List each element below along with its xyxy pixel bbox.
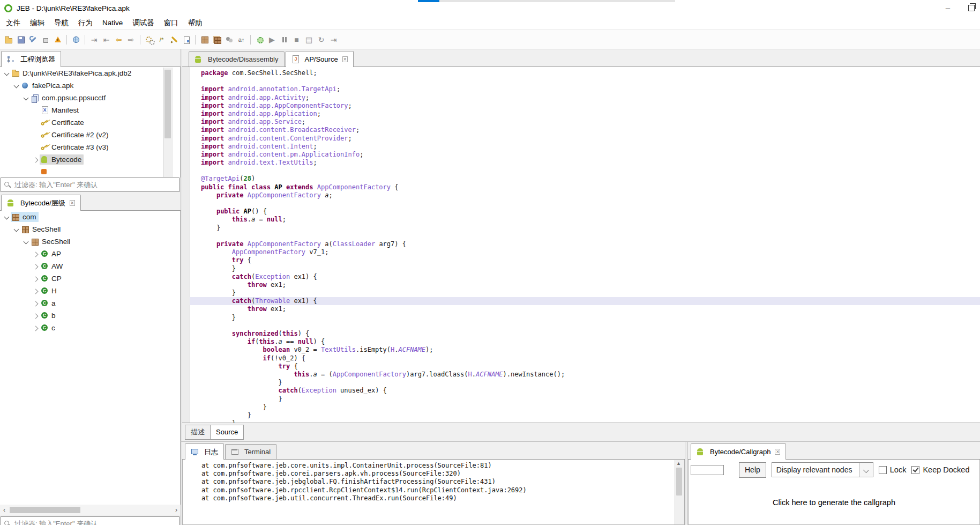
close-icon[interactable]: × xyxy=(70,200,75,206)
tree-item-ap[interactable]: AP xyxy=(0,248,180,260)
toolbar-warnings-button[interactable] xyxy=(51,33,64,46)
scroll-left-arrow-icon[interactable]: ‹ xyxy=(0,506,9,514)
restore-button[interactable] xyxy=(968,5,975,11)
lock-checkbox[interactable]: Lock xyxy=(879,465,907,474)
close-icon[interactable]: × xyxy=(775,449,780,455)
keep-docked-checkbox-box[interactable] xyxy=(911,466,919,474)
toolbar-debug-bug-button[interactable] xyxy=(253,33,266,46)
help-button[interactable]: Help xyxy=(739,462,766,478)
toolbar-web-button[interactable] xyxy=(70,33,82,46)
tree-item-secshell[interactable]: SecShell xyxy=(0,235,180,248)
toolbar-save-button[interactable] xyxy=(14,33,27,46)
close-icon[interactable]: × xyxy=(342,56,348,62)
toolbar-detach-button[interactable]: ⇥ xyxy=(327,33,340,46)
log-scrollbar-thumb[interactable] xyxy=(676,468,682,496)
toolbar-back-button[interactable]: ⇦ xyxy=(113,33,125,46)
tree-item-b[interactable]: b xyxy=(0,309,180,322)
tree-item-fakepica-apk[interactable]: fakePica.apk xyxy=(0,79,180,92)
tree-item-bytecode[interactable]: Bytecode xyxy=(0,153,180,166)
toolbar-jump-to-button[interactable]: ⇥ xyxy=(88,33,100,46)
expander-icon[interactable] xyxy=(32,250,40,258)
menu-item-窗口[interactable]: 窗口 xyxy=(159,17,183,29)
tree-item-secshell[interactable]: SecShell xyxy=(0,223,180,235)
lock-checkbox-box[interactable] xyxy=(879,466,887,474)
expander-icon[interactable] xyxy=(32,300,40,307)
tree-item-c[interactable]: c xyxy=(0,322,180,334)
expander-icon[interactable] xyxy=(23,238,30,246)
tree-item-certificate[interactable]: Certificate xyxy=(0,116,180,129)
log-scrollbar[interactable]: ▲ xyxy=(675,460,684,524)
tree-item-com-ppsuc-ppsucctf[interactable]: com.ppsuc.ppsucctf xyxy=(0,92,180,104)
tab-bytecode-callgraph[interactable]: Bytecode/Callgraph × xyxy=(691,443,786,460)
generate-callgraph-action[interactable]: Click here to generate the callgraph xyxy=(689,498,979,507)
project-tree-scrollbar[interactable] xyxy=(163,68,173,177)
tab-project-browser[interactable]: 工程浏览器 xyxy=(1,51,61,67)
tree-item-com[interactable]: com xyxy=(0,211,180,223)
tab-ap-source[interactable]: AP/Source × xyxy=(286,51,354,67)
toolbar-pause-button[interactable] xyxy=(278,33,290,46)
toolbar-run-button[interactable]: ▶ xyxy=(266,33,278,46)
tree-item[interactable] xyxy=(0,166,180,178)
tree-item-d-junk-re-re3-fakepica-apk-jdb2[interactable]: D:\junk\Re\RE3\fakePica.apk.jdb2 xyxy=(0,67,180,79)
expander-icon[interactable] xyxy=(13,82,20,90)
toolbar-users-button[interactable] xyxy=(223,33,235,46)
menu-item-行为[interactable]: 行为 xyxy=(73,17,98,29)
tab-description[interactable]: 描述 xyxy=(185,425,211,440)
tree-item-h[interactable]: H xyxy=(0,285,180,297)
toolbar-script-button[interactable] xyxy=(180,33,192,46)
toolbar-options-wrench-button[interactable] xyxy=(27,33,39,46)
tree-item-manifest[interactable]: Manifest xyxy=(0,104,180,116)
keep-docked-checkbox[interactable]: Keep Docked xyxy=(911,465,969,474)
hierarchy-filter-input[interactable] xyxy=(13,519,179,525)
source-code-editor[interactable]: package com.SecShell.SecShell; import an… xyxy=(182,67,980,423)
expander-icon[interactable] xyxy=(32,275,40,283)
menu-item-Native[interactable]: Native xyxy=(98,17,128,28)
source-code[interactable]: package com.SecShell.SecShell; import an… xyxy=(190,69,980,423)
expander-icon[interactable] xyxy=(13,226,20,233)
toolbar-rename-pencil-button[interactable] xyxy=(168,33,180,46)
menu-item-调试器[interactable]: 调试器 xyxy=(128,17,159,29)
toolbar-restart-button[interactable]: ↻ xyxy=(315,33,327,46)
toolbar-matrix-alt-button[interactable] xyxy=(211,33,223,46)
minimize-button[interactable]: – xyxy=(946,5,950,11)
expander-icon[interactable] xyxy=(23,94,30,102)
expander-icon[interactable] xyxy=(32,312,40,320)
tree-item-certificate-3-v3-[interactable]: Certificate #3 (v3) xyxy=(0,141,180,153)
chevron-down-icon[interactable] xyxy=(859,463,873,477)
tab-bytecode-disassembly[interactable]: Bytecode/Disassembly xyxy=(189,51,285,66)
hierarchy-hscrollbar[interactable]: ‹ › xyxy=(0,505,181,515)
tree-item-certificate-2-v2-[interactable]: Certificate #2 (v2) xyxy=(0,129,180,141)
tab-terminal[interactable]: Terminal xyxy=(225,444,276,459)
menu-item-文件[interactable]: 文件 xyxy=(1,17,25,29)
scroll-right-arrow-icon[interactable]: › xyxy=(172,506,181,514)
expander-icon[interactable] xyxy=(32,287,40,295)
toolbar-stop-button[interactable]: ■ xyxy=(290,33,303,46)
expander-icon[interactable] xyxy=(3,70,11,77)
toolbar-open-button[interactable] xyxy=(2,33,14,46)
project-filter-input[interactable] xyxy=(13,180,179,189)
tree-item-cp[interactable]: CP xyxy=(0,272,180,285)
toolbar-matrix-button[interactable] xyxy=(198,33,211,46)
toolbar-threads-button[interactable]: ▤ xyxy=(303,33,315,46)
toolbar-jump-from-button[interactable]: ⇤ xyxy=(100,33,113,46)
hierarchy-hscrollbar-thumb[interactable] xyxy=(10,507,80,513)
tree-item-aw[interactable]: AW xyxy=(0,260,180,272)
scroll-up-arrow-icon[interactable]: ▲ xyxy=(676,461,681,466)
tab-log[interactable]: 日志 xyxy=(185,443,224,460)
display-mode-select[interactable]: Display relevant nodes xyxy=(772,462,873,477)
tab-bytecode-hierarchy[interactable]: Bytecode/层级 × xyxy=(1,195,81,211)
tab-source[interactable]: Source xyxy=(211,425,244,440)
tree-item-a[interactable]: a xyxy=(0,297,180,309)
menu-item-帮助[interactable]: 帮助 xyxy=(183,17,207,29)
expander-icon[interactable] xyxy=(32,156,40,164)
toolbar-decompile-gears-button[interactable] xyxy=(143,33,155,46)
toolbar-forward-button[interactable]: ⇨ xyxy=(125,33,137,46)
toolbar-comment-button[interactable]: /* xyxy=(155,33,168,46)
toolbar-sort-button[interactable]: a↑ xyxy=(235,33,248,46)
callgraph-search-input[interactable] xyxy=(691,465,724,475)
expander-icon[interactable] xyxy=(32,324,40,332)
menu-item-编辑[interactable]: 编辑 xyxy=(25,17,49,29)
expander-icon[interactable] xyxy=(3,213,11,221)
toolbar-export-button[interactable] xyxy=(39,33,51,46)
menu-item-导航[interactable]: 导航 xyxy=(49,17,73,29)
